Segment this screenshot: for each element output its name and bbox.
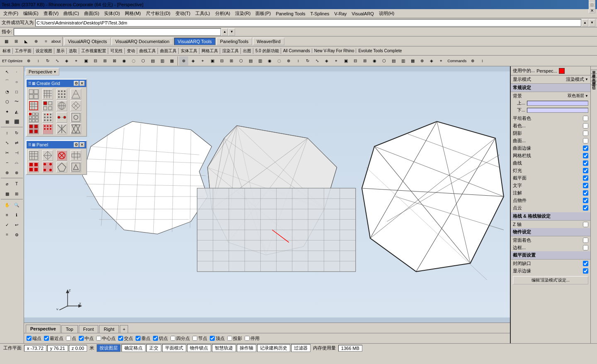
p-icon-5[interactable] <box>28 162 39 172</box>
tb-icon-10[interactable]: ◉ <box>265 56 274 66</box>
join-tool[interactable]: ⊕ <box>2 168 12 177</box>
menu-visualarq[interactable]: VisualARQ <box>349 10 376 17</box>
scale-tool[interactable]: ⤡ <box>2 138 12 147</box>
osnap-status[interactable]: 物件锁点 <box>187 344 211 352</box>
et-tool6[interactable]: ⌖ <box>72 56 81 66</box>
panel-settings-btn[interactable]: ⚙ <box>74 142 79 147</box>
p-icon-4[interactable] <box>70 150 81 161</box>
edit-render-mode-btn[interactable]: 编辑'渲染模式'设定... <box>513 276 588 284</box>
text-checkbox[interactable] <box>583 183 588 188</box>
tb-icon-26[interactable]: ⊕ <box>417 56 427 66</box>
p-icon-2[interactable] <box>42 150 53 161</box>
block-tool[interactable]: ⊞ <box>12 189 21 198</box>
p-icon-1[interactable] <box>28 150 39 161</box>
curves-checkbox[interactable] <box>583 160 588 166</box>
tb-icon-1[interactable]: ⊕ <box>179 56 188 66</box>
grid-snap-btn[interactable]: ⌗ <box>2 230 12 239</box>
et-tool13[interactable]: ⬡ <box>138 56 148 66</box>
tb-icon-22[interactable]: ⬡ <box>379 56 388 66</box>
cg-icon-10[interactable] <box>42 112 53 123</box>
rotate-tool[interactable]: ↻ <box>12 128 21 137</box>
shading-checkbox[interactable] <box>583 123 588 129</box>
snap-perpendicular[interactable]: 垂点 <box>136 335 150 342</box>
menu-surface[interactable]: 曲面(S) <box>82 10 102 17</box>
tb-icon-29[interactable]: ⊕ <box>468 56 477 66</box>
display-mode-dropdown[interactable]: ▼ <box>585 78 588 81</box>
et-tool15[interactable]: ▥ <box>158 56 167 66</box>
p-icon-7[interactable] <box>56 162 67 172</box>
cg-icon-12[interactable] <box>70 112 81 123</box>
close-gap-checkbox[interactable] <box>583 261 588 266</box>
background-control[interactable]: 双色渐层 ▼ <box>568 93 588 99</box>
shadow-checkbox[interactable] <box>583 131 588 136</box>
tb-icon-4[interactable]: ▣ <box>208 56 217 66</box>
undo-tool[interactable]: ↩ <box>12 220 21 229</box>
tb-icon-24[interactable]: ▥ <box>398 56 408 66</box>
spline-tool[interactable]: 〜 <box>12 97 21 106</box>
et-tool5[interactable]: ◈ <box>62 56 71 66</box>
menu-tools[interactable]: 工具(L) <box>193 10 212 17</box>
tb-icon-11[interactable]: ◌ <box>274 56 284 66</box>
grid-lines-checkbox[interactable] <box>583 153 588 158</box>
solid-tool[interactable]: ⬛ <box>12 117 21 126</box>
et-select-icon[interactable]: ⊕ <box>24 56 33 66</box>
menu-tsplines[interactable]: T-Splines <box>308 10 332 17</box>
hatch-tool[interactable]: ▩ <box>2 189 12 198</box>
et-move-icon[interactable]: ↕ <box>34 56 43 66</box>
menu-render[interactable]: 渲染(R) <box>233 10 253 17</box>
cg-icon-9[interactable] <box>28 112 39 123</box>
select-tool[interactable]: ↖ <box>2 67 12 76</box>
color-swatch[interactable] <box>559 68 565 74</box>
menu-paneling[interactable]: Paneling Tools <box>273 10 308 17</box>
cg-icon-6[interactable] <box>42 100 53 111</box>
snap-status[interactable]: 确定格点 <box>121 344 146 352</box>
tb-icon-20[interactable]: ⊞ <box>360 56 369 66</box>
plane-status[interactable]: 平面模式 <box>162 344 186 352</box>
address-scroll-down[interactable]: ▼ <box>589 19 595 27</box>
et-tool11[interactable]: ◉ <box>119 56 129 66</box>
p-icon-6[interactable] <box>42 162 53 172</box>
menu-dim[interactable]: 尺寸标注(D) <box>143 10 173 17</box>
snap-point[interactable]: 点 <box>66 335 76 342</box>
snap-center[interactable]: 中心点 <box>96 335 116 342</box>
create-grid-settings-btn[interactable]: ⚙ <box>74 81 79 86</box>
snap-disable[interactable]: 停用 <box>245 335 260 342</box>
flat-shading-checkbox[interactable] <box>583 116 588 121</box>
et-tool14[interactable]: ▤ <box>148 56 157 66</box>
layer-tool[interactable]: ≡ <box>2 210 12 219</box>
address-input[interactable] <box>35 19 581 27</box>
menu-mesh[interactable]: 网格(M) <box>122 10 143 17</box>
menu-transform[interactable]: 变动(T) <box>173 10 193 17</box>
annotation-checkbox[interactable] <box>583 190 588 196</box>
viewport-area[interactable]: Perspective ▼ ⠿ ▦ Create Grid ⚙ ✕ <box>24 66 510 323</box>
layer-status[interactable]: 按设图层 <box>97 344 121 352</box>
menu-solid[interactable]: 实体(O) <box>102 10 122 17</box>
osnap-icon[interactable]: ⊕ <box>32 37 41 46</box>
tb-icon-8[interactable]: ▤ <box>246 56 255 66</box>
tb-icon-28[interactable]: ⌖ <box>437 56 446 66</box>
menu-curve[interactable]: 曲线(C) <box>61 10 81 17</box>
ortho-status[interactable]: 正交 <box>146 344 161 352</box>
mesh-tool[interactable]: ▦ <box>2 117 12 126</box>
visualarq-doc-btn[interactable]: VisualARQ Documentation <box>112 38 173 45</box>
check-tool[interactable]: ✓ <box>2 220 12 229</box>
color-side-label[interactable]: 颜色 <box>591 74 597 78</box>
points-checkbox[interactable] <box>583 198 588 203</box>
tb-icon-7[interactable]: ⬡ <box>236 56 245 66</box>
tb-icon-18[interactable]: ▣ <box>341 56 350 66</box>
snap-project[interactable]: 投影 <box>227 335 242 342</box>
tb-icon-9[interactable]: ▥ <box>255 56 265 66</box>
tb-icon-23[interactable]: ▤ <box>389 56 398 66</box>
properties-tool[interactable]: ℹ <box>12 210 21 219</box>
cg-icon-11[interactable] <box>56 112 67 123</box>
commands-label[interactable]: Commands <box>446 56 468 66</box>
create-grid-close-btn[interactable]: ✕ <box>80 81 85 86</box>
surface-tool[interactable]: ◭ <box>12 107 21 116</box>
snap-midpoint[interactable]: 中点 <box>79 335 94 342</box>
arc-tool[interactable]: ◔ <box>2 87 12 96</box>
smart-track-status[interactable]: 智慧轨迹 <box>212 344 236 352</box>
cg-icon-8[interactable] <box>70 100 81 111</box>
polygon-tool[interactable]: ⬡ <box>2 97 12 106</box>
snap-nearest[interactable]: 最近点 <box>44 335 63 342</box>
cg-icon-5[interactable] <box>28 100 39 111</box>
